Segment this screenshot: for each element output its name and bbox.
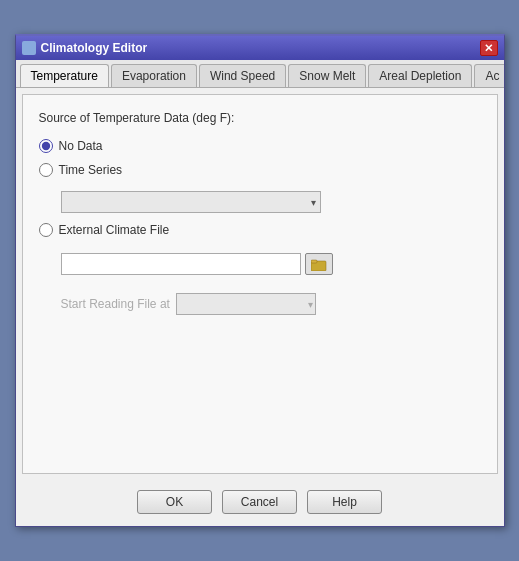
radio-group: No Data Time Series External Climate Fil… [39,139,481,315]
close-button[interactable]: ✕ [480,40,498,56]
file-input-row [61,253,481,275]
tab-wind-speed[interactable]: Wind Speed [199,64,286,87]
external-file-label: External Climate File [59,223,170,237]
external-file-radio[interactable] [39,223,53,237]
start-reading-row: Start Reading File at [61,293,481,315]
tab-temperature[interactable]: Temperature [20,64,109,88]
window-title: Climatology Editor [41,41,148,55]
section-title: Source of Temperature Data (deg F): [39,111,481,125]
time-series-radio[interactable] [39,163,53,177]
cancel-button[interactable]: Cancel [222,490,297,514]
time-series-dropdown-row [61,191,481,213]
time-series-label: Time Series [59,163,123,177]
button-bar: OK Cancel Help [16,480,504,526]
tab-snow-melt[interactable]: Snow Melt [288,64,366,87]
svg-rect-1 [311,260,317,263]
title-bar: Climatology Editor ✕ [16,36,504,60]
tab-ac[interactable]: Ac [474,64,503,87]
tab-evaporation[interactable]: Evaporation [111,64,197,87]
tabs-bar: Temperature Evaporation Wind Speed Snow … [16,60,504,88]
external-file-option: External Climate File [39,223,481,237]
ok-button[interactable]: OK [137,490,212,514]
no-data-option: No Data [39,139,481,153]
file-path-input[interactable] [61,253,301,275]
start-reading-dropdown-wrapper [176,293,316,315]
tab-areal-depletion[interactable]: Areal Depletion [368,64,472,87]
start-reading-label: Start Reading File at [61,297,170,311]
main-window: Climatology Editor ✕ Temperature Evapora… [15,34,505,527]
title-bar-left: Climatology Editor [22,41,148,55]
time-series-option: Time Series [39,163,481,177]
browse-button[interactable] [305,253,333,275]
time-series-dropdown-wrapper [61,191,321,213]
folder-icon [311,258,327,271]
no-data-radio[interactable] [39,139,53,153]
start-reading-input [176,293,316,315]
time-series-dropdown[interactable] [61,191,321,213]
content-panel: Source of Temperature Data (deg F): No D… [22,94,498,474]
no-data-label: No Data [59,139,103,153]
app-icon [22,41,36,55]
help-button[interactable]: Help [307,490,382,514]
